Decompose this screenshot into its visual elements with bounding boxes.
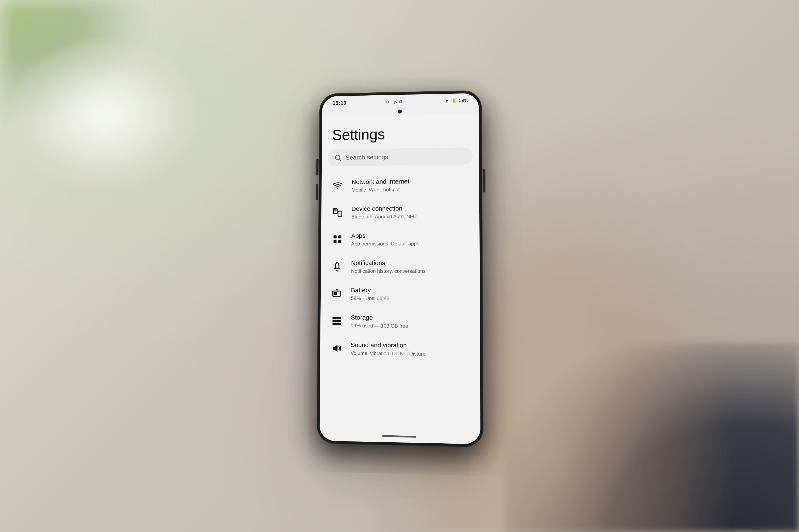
settings-list: Network and Internet Mobile, Wi-Fi, hots…: [320, 168, 480, 366]
device-connection-icon: [332, 207, 343, 217]
storage-icon-wrap: [331, 315, 343, 327]
screen-content: Settings Search settings: [320, 114, 480, 434]
battery-icon-wrap: [331, 287, 343, 300]
device-title: Device connection: [351, 204, 469, 213]
svg-rect-16: [332, 323, 341, 325]
settings-item-notifications[interactable]: Notifications Notification history, conv…: [321, 253, 480, 280]
svg-rect-8: [333, 240, 337, 243]
sound-icon-wrap: [330, 342, 343, 355]
battery-text: Battery 59% - Until 05:45: [351, 286, 469, 302]
notifications-icon-wrap: [331, 260, 343, 272]
svg-rect-11: [333, 292, 337, 295]
svg-line-1: [339, 159, 341, 160]
google-icon: G: [399, 99, 402, 104]
network-text: Network and Internet Mobile, Wi-Fi, hots…: [351, 176, 469, 193]
battery-subtitle: 59% - Until 05:45: [351, 295, 469, 302]
svg-rect-14: [332, 317, 341, 319]
storage-subtitle: 19% used — 103 GB free: [351, 322, 469, 330]
phone-body: 15:10 ⚙ ♩ ▷ G · ▼ 🔋 59%: [317, 91, 483, 447]
device-subtitle: Bluetooth, Android Auto, NFC: [351, 213, 469, 220]
network-icon-wrap: [332, 179, 344, 192]
page-title: Settings: [322, 120, 479, 150]
notifications-text: Notifications Notification history, conv…: [351, 259, 469, 274]
settings-item-storage[interactable]: Storage 19% used — 103 GB free: [320, 307, 480, 336]
battery-title: Battery: [351, 286, 469, 294]
phone-screen: 15:10 ⚙ ♩ ▷ G · ▼ 🔋 59%: [320, 93, 480, 444]
svg-rect-15: [332, 320, 341, 322]
sound-subtitle: Volume, vibration, Do Not Disturb: [350, 350, 469, 358]
apps-icon: [332, 234, 343, 245]
music-icon: ♩: [391, 99, 393, 104]
svg-rect-5: [334, 209, 337, 211]
settings-item-apps[interactable]: Apps App permissions, Default apps: [321, 225, 479, 253]
apps-subtitle: App permissions, Default apps: [351, 240, 469, 247]
svg-rect-4: [338, 211, 342, 216]
play-icon: ▷: [394, 99, 397, 104]
phone-device: 15:10 ⚙ ♩ ▷ G · ▼ 🔋 59%: [317, 91, 483, 447]
device-icon-wrap: [331, 206, 344, 218]
home-bar: [382, 435, 416, 437]
storage-icon: [331, 316, 342, 326]
svg-rect-6: [333, 235, 337, 239]
battery-icon: 🔋: [451, 98, 457, 103]
apps-icon-wrap: [331, 233, 343, 245]
network-title: Network and Internet: [351, 176, 469, 186]
svg-rect-9: [338, 240, 341, 243]
network-subtitle: Mobile, Wi-Fi, hotspot: [351, 186, 469, 193]
device-text: Device connection Bluetooth, Android Aut…: [351, 204, 469, 220]
notifications-subtitle: Notification history, conversations: [351, 268, 469, 274]
svg-rect-7: [338, 235, 341, 239]
storage-text: Storage 19% used — 103 GB free: [351, 313, 469, 330]
camera-dot: [398, 110, 402, 114]
search-icon: [334, 154, 342, 162]
svg-marker-17: [333, 345, 338, 352]
storage-title: Storage: [351, 313, 469, 322]
settings-cog-icon: ⚙: [385, 99, 389, 104]
settings-item-device[interactable]: Device connection Bluetooth, Android Aut…: [321, 198, 479, 226]
dot-icon: ·: [404, 99, 405, 104]
wifi-icon: [333, 180, 343, 191]
notifications-icon: [332, 261, 343, 271]
search-bar[interactable]: Search settings: [328, 147, 473, 166]
settings-item-battery[interactable]: Battery 59% - Until 05:45: [321, 280, 480, 308]
status-icons: ⚙ ♩ ▷ G ·: [385, 99, 405, 104]
white-blur-decoration: [11, 42, 200, 189]
apps-text: Apps App permissions, Default apps: [351, 231, 469, 247]
settings-item-sound[interactable]: Sound and vibration Volume, vibration, D…: [320, 334, 480, 364]
svg-point-2: [337, 188, 338, 189]
notifications-title: Notifications: [351, 259, 469, 267]
wifi-status-icon: ▼: [445, 98, 449, 103]
battery-settings-icon: [332, 288, 342, 299]
battery-percent: 59%: [459, 97, 468, 103]
settings-item-network[interactable]: Network and Internet Mobile, Wi-Fi, hots…: [322, 171, 479, 199]
status-time: 15:10: [332, 99, 346, 106]
search-placeholder: Search settings: [345, 154, 388, 161]
sound-title: Sound and vibration: [350, 340, 469, 350]
sound-text: Sound and vibration Volume, vibration, D…: [350, 340, 469, 358]
sound-icon: [331, 343, 342, 354]
apps-title: Apps: [351, 231, 469, 240]
status-right: ▼ 🔋 59%: [445, 97, 469, 103]
